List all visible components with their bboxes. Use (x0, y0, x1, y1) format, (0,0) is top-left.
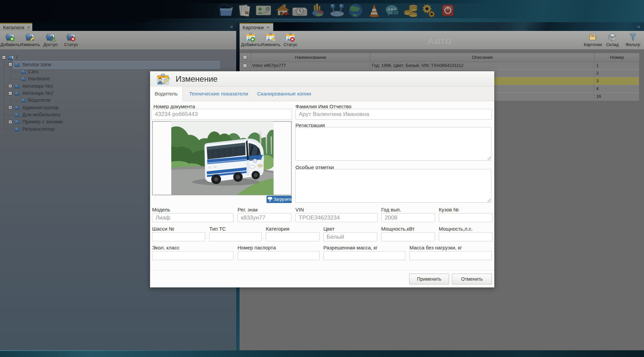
svg-text:@: @ (265, 6, 270, 11)
